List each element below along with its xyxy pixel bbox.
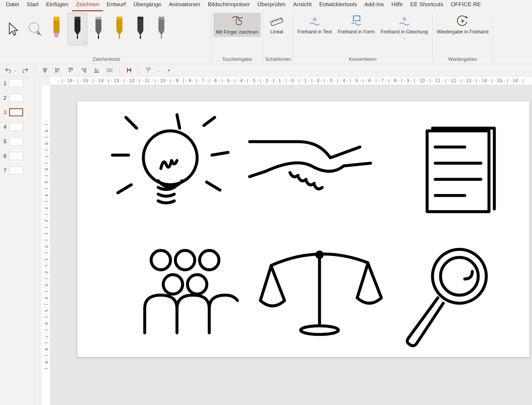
tab-addins[interactable]: Add-Ins	[361, 0, 388, 11]
lasso-tool[interactable]	[25, 13, 45, 45]
pen-black[interactable]: ⌄	[68, 13, 87, 45]
tab-einfuegen[interactable]: Einfügen	[42, 0, 72, 11]
pen-icon	[94, 17, 103, 41]
tab-entwurf[interactable]: Entwurf	[103, 0, 130, 11]
svg-rect-30	[128, 68, 130, 69]
svg-rect-9	[353, 16, 360, 21]
tab-uebergaenge[interactable]: Übergänge	[130, 0, 165, 11]
highlighter-icon	[52, 17, 61, 41]
svg-point-52	[301, 326, 338, 334]
group-konvertieren: a Freihand in Text Freihand in Form π Fr…	[293, 11, 432, 64]
pencil-icon	[136, 17, 145, 41]
svg-point-1	[37, 32, 39, 34]
group-toucheingabe: Mit Finger zeichnen Toucheingabe	[211, 11, 263, 64]
tab-office-re[interactable]: OFFICE RE	[447, 0, 485, 11]
slide-thumb-3[interactable]: 3	[2, 108, 33, 116]
scales-icon	[260, 252, 381, 334]
pen-icon	[157, 17, 166, 41]
finger-icon	[229, 15, 245, 28]
distribute-h-button[interactable]	[105, 66, 114, 75]
pencil-black[interactable]	[131, 13, 150, 45]
pen-highlighter-yellow[interactable]	[47, 13, 66, 45]
tab-ee-shortcuts[interactable]: EE Shortcuts	[406, 0, 447, 11]
svg-line-6	[279, 19, 279, 20]
ink-to-text-button[interactable]: a Freihand in Text	[295, 13, 334, 36]
lightbulb-icon	[112, 115, 228, 203]
svg-marker-11	[462, 19, 465, 23]
align-top-button[interactable]	[66, 66, 75, 75]
ink-replay-button[interactable]: Wiedergabe in Freihand	[435, 13, 491, 36]
group-wiedergeben: Wiedergabe in Freihand Wiedergeben	[432, 11, 493, 64]
svg-line-38	[118, 185, 131, 193]
svg-rect-20	[71, 68, 72, 70]
svg-rect-23	[84, 71, 86, 72]
svg-text:π: π	[403, 15, 406, 22]
chevron-down-icon[interactable]: ⌄	[157, 68, 160, 72]
svg-line-4	[275, 20, 275, 22]
canvas-background[interactable]	[51, 85, 532, 405]
finger-draw-button[interactable]: Mit Finger zeichnen	[214, 13, 261, 37]
group-label: Toucheingabe	[214, 57, 261, 63]
pen-icon	[73, 17, 82, 41]
svg-point-46	[151, 250, 171, 270]
thumbnail-icon	[9, 123, 23, 131]
svg-rect-17	[56, 71, 58, 72]
align-center-h-button[interactable]	[41, 66, 49, 75]
tab-entwicklertools[interactable]: Entwicklertools	[315, 0, 361, 11]
tab-zeichnen[interactable]: Zeichnen	[72, 0, 103, 11]
slide-editor: · | · 16 · | · 15 · | · 14 · | · 13 · | …	[34, 76, 532, 405]
chevron-down-icon[interactable]: ⌄	[403, 36, 406, 40]
tab-animationen[interactable]: Animationen	[165, 0, 204, 11]
magnifying-glass-icon	[407, 249, 486, 346]
svg-point-33	[143, 131, 197, 185]
slide-thumb-4[interactable]: 4	[2, 123, 33, 131]
pen-orange[interactable]	[110, 13, 129, 45]
chevron-down-icon[interactable]: ⌄	[14, 68, 17, 72]
svg-line-34	[177, 115, 180, 128]
pen-gray[interactable]	[152, 13, 171, 45]
separator	[35, 67, 35, 74]
ruler-button[interactable]: Lineal	[265, 13, 288, 36]
align-bottom-button[interactable]	[92, 66, 101, 75]
chevron-down-icon[interactable]: ⌄	[83, 40, 86, 44]
tab-start[interactable]: Start	[23, 0, 42, 11]
thumbnail-icon	[9, 108, 23, 116]
slide-thumb-5[interactable]: 5	[2, 137, 33, 145]
ink-to-shape-button[interactable]: Freihand in Form	[336, 13, 377, 36]
group-schablonen: Lineal Schablonen	[263, 11, 293, 64]
slide-thumb-2[interactable]: 2	[2, 94, 33, 102]
align-left-button[interactable]	[54, 66, 62, 75]
ink-to-text-icon: a	[307, 15, 323, 27]
svg-rect-25	[95, 69, 96, 72]
svg-point-50	[187, 275, 207, 294]
undo-button[interactable]	[4, 66, 12, 75]
svg-line-37	[207, 182, 220, 190]
pen-thin-black[interactable]	[89, 13, 108, 45]
svg-rect-31	[128, 71, 130, 72]
thumbnail-icon	[9, 166, 23, 174]
slide-canvas[interactable]	[77, 101, 529, 357]
tab-datei[interactable]: Datei	[2, 0, 23, 11]
svg-line-36	[212, 152, 228, 155]
qat-more-button[interactable]: ▾	[164, 66, 173, 75]
align-right-button[interactable]	[79, 66, 88, 75]
tab-bildschirmpraes[interactable]: Bildschirmpräser	[204, 0, 254, 11]
tab-hilfe[interactable]: Hilfe	[388, 0, 406, 11]
svg-point-53	[317, 252, 322, 257]
format-painter-button[interactable]	[144, 66, 153, 75]
slide-thumb-7[interactable]: 7	[2, 166, 33, 174]
svg-point-47	[175, 250, 195, 270]
tab-ansicht[interactable]: Ansicht	[289, 0, 315, 11]
select-tool[interactable]	[4, 13, 23, 45]
replay-icon	[455, 15, 471, 27]
slide-thumb-1[interactable]: 1	[2, 79, 33, 87]
slide-thumb-6[interactable]: 6	[2, 152, 33, 160]
redo-button[interactable]	[21, 66, 30, 75]
quick-access-toolbar: ⌄ ⌄ ▾	[0, 64, 532, 76]
svg-point-0	[29, 23, 39, 32]
ink-to-math-button[interactable]: π Freihand in Gleichung ⌄	[378, 13, 430, 41]
slide-thumbnail-panel[interactable]: 1 2 3 4 5 6 7	[0, 76, 34, 405]
tab-ueberpruefen[interactable]: Überprüfen	[254, 0, 289, 11]
thumbnail-icon	[9, 94, 23, 102]
save-button[interactable]	[125, 66, 133, 75]
